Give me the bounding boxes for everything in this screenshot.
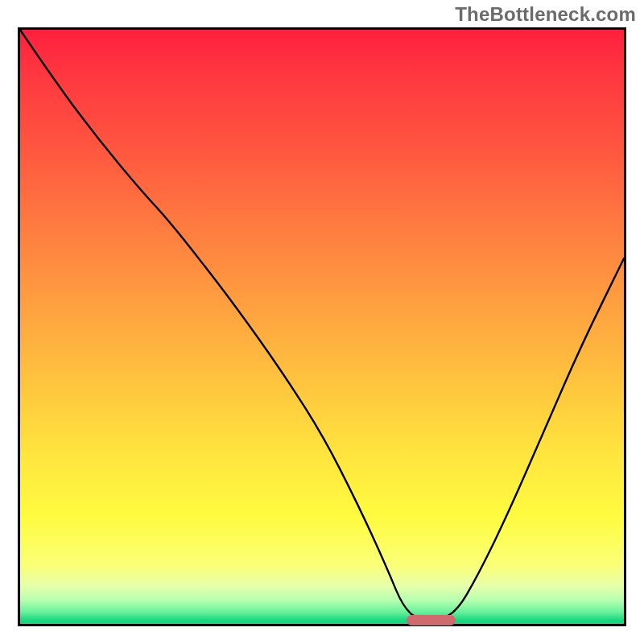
watermark-text: TheBottleneck.com: [455, 3, 636, 26]
plot-background-gradient: [20, 30, 624, 624]
chart-container: TheBottleneck.com: [0, 0, 644, 644]
plot-frame: [18, 27, 626, 626]
optimal-marker: [407, 615, 456, 625]
